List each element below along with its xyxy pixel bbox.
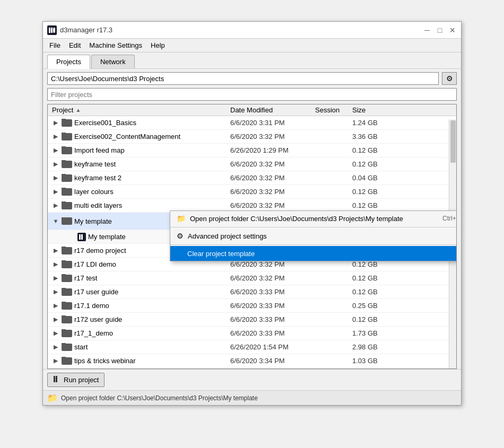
path-dropdown[interactable] (47, 72, 439, 85)
expand-arrow: ▶ (52, 302, 59, 309)
col-header-date: Date Modified (228, 106, 313, 114)
row-date: 6/6/2020 3:32 PM (228, 201, 313, 209)
tab-projects[interactable]: Projects (47, 55, 90, 69)
expand-arrow: ▶ (52, 275, 59, 282)
row-date: 6/6/2020 3:32 PM (228, 160, 313, 168)
settings-gear-button[interactable]: ⚙ (442, 72, 457, 85)
menu-machine-settings[interactable]: Machine Settings (85, 40, 146, 51)
expand-arrow: ▼ (52, 218, 59, 224)
row-size: 3.36 GB (350, 133, 387, 140)
row-date: 6/6/2020 3:32 PM (228, 188, 313, 196)
table-row[interactable]: ▶ start 6/26/2020 1:54 PM 2.98 GB (48, 340, 456, 354)
table-row[interactable]: ▶ Import feed map 6/26/2020 1:29 PM 0.12… (48, 144, 456, 157)
bottom-toolbar: Run project (43, 369, 461, 390)
context-separator (170, 244, 457, 245)
row-name-cell: ▶ r17 test (48, 274, 228, 282)
row-size: 0.12 GB (350, 260, 387, 268)
row-size: 0.12 GB (350, 188, 387, 196)
expand-arrow: ▶ (52, 344, 59, 350)
context-separator (170, 227, 457, 227)
run-label: Run project (64, 376, 99, 384)
row-size: 0.12 GB (350, 288, 387, 296)
table-row[interactable]: ▶ keyframe test 6/6/2020 3:32 PM 0.12 GB (48, 157, 456, 171)
expand-arrow: ▶ (52, 174, 59, 181)
expand-arrow: ▶ (52, 330, 59, 337)
row-name-cell: ▶ Import feed map (48, 146, 228, 154)
row-date: 6/6/2020 3:33 PM (228, 329, 313, 337)
expand-arrow: ▶ (52, 247, 59, 254)
tab-bar: Projects Network (43, 52, 461, 69)
close-button[interactable]: ✕ (448, 26, 457, 34)
row-size: 1.73 GB (350, 329, 387, 337)
path-toolbar: ⚙ (43, 69, 461, 88)
folder-icon (62, 316, 72, 323)
table-row[interactable]: ▶ r17 test 6/6/2020 3:32 PM 0.12 GB (48, 271, 456, 285)
folder-icon (62, 217, 72, 225)
row-size: 0.12 GB (350, 160, 387, 168)
filter-input[interactable] (47, 88, 457, 101)
table-row[interactable]: ▶ r17 user guide 6/6/2020 3:33 PM 0.12 G… (48, 285, 456, 299)
folder-icon (62, 302, 72, 310)
tab-network[interactable]: Network (91, 55, 135, 68)
row-name-cell: ▶ start (48, 343, 228, 351)
folder-icon (62, 247, 72, 254)
table-row[interactable]: ▶ keyframe test 2 6/6/2020 3:32 PM 0.04 … (48, 171, 456, 185)
status-text: Open project folder C:\Users\Joe\Documen… (61, 394, 258, 402)
maximize-button[interactable]: □ (436, 26, 444, 34)
context-menu-item-clear-template[interactable]: ✕ Clear project template (170, 246, 457, 261)
table-row[interactable]: ▶ r17_1_demo 6/6/2020 3:33 PM 1.73 GB (48, 327, 456, 340)
table-row[interactable]: ▶ Exercise002_ContentManagement 6/6/2020… (48, 130, 456, 144)
context-item-label: Advanced project settings (188, 232, 456, 240)
context-menu-item-open-folder[interactable]: 📁 Open project folder C:\Users\Joe\Docum… (170, 211, 457, 226)
row-name-cell: ▶ r172 user guide (48, 315, 228, 323)
run-project-button[interactable]: Run project (47, 373, 105, 387)
col-header-project: Project ▲ (48, 106, 228, 114)
title-bar: d3manager r17.3 ─ □ ✕ (43, 22, 461, 39)
row-name-cell: ▶ keyframe test 2 (48, 174, 228, 182)
table-row[interactable]: ▶ tips & tricks webinar 6/6/2020 3:34 PM… (48, 354, 456, 365)
folder-icon (62, 275, 72, 282)
svg-rect-1 (51, 28, 53, 33)
expand-arrow: ▶ (52, 357, 59, 364)
menu-file[interactable]: File (45, 40, 65, 51)
title-bar-controls: ─ □ ✕ (423, 26, 457, 34)
row-date: 6/26/2020 1:29 PM (228, 146, 313, 154)
menu-help[interactable]: Help (146, 40, 169, 51)
svg-rect-0 (49, 28, 50, 33)
row-name-cell: ▶ r17 LDI demo (48, 260, 228, 268)
expand-arrow: ▶ (52, 288, 59, 295)
title-bar-left: d3manager r17.3 (47, 25, 112, 35)
folder-icon (62, 330, 72, 337)
row-name-cell: ▶ r17 user guide (48, 288, 228, 296)
row-date: 6/6/2020 3:33 PM (228, 288, 313, 296)
table-row[interactable]: ▶ r172 user guide 6/6/2020 3:33 PM 0.12 … (48, 313, 456, 327)
menu-edit[interactable]: Edit (65, 40, 85, 51)
expand-arrow: ▶ (52, 202, 59, 209)
expand-arrow: ▶ (52, 147, 59, 154)
svg-rect-5 (54, 376, 55, 382)
folder-icon (62, 119, 72, 127)
expand-arrow: ▶ (52, 133, 59, 140)
scrollbar-thumb[interactable] (450, 120, 456, 163)
row-date: 6/6/2020 3:32 PM (228, 274, 313, 282)
context-menu-item-advanced[interactable]: ⚙ Advanced project settings (170, 229, 457, 243)
table-row[interactable]: ▶ r17.1 demo 6/6/2020 3:33 PM 0.25 GB (48, 299, 456, 313)
row-name-cell: ▶ tips & tricks webinar (48, 357, 228, 365)
row-size: 0.25 GB (350, 302, 387, 310)
row-name-cell: ▶ multi edit layers (48, 201, 228, 209)
folder-icon (62, 261, 72, 268)
folder-icon (62, 202, 72, 209)
table-row[interactable]: ▶ Exercise001_Basics 6/6/2020 3:31 PM 1.… (48, 116, 456, 130)
main-window: d3manager r17.3 ─ □ ✕ File Edit Machine … (42, 21, 462, 406)
minimize-button[interactable]: ─ (423, 26, 431, 34)
row-size: 0.12 GB (350, 315, 387, 323)
app-icon (47, 25, 57, 35)
expand-arrow: ▶ (52, 188, 59, 195)
svg-rect-3 (79, 234, 81, 240)
expand-arrow: ▶ (52, 261, 59, 268)
table-row[interactable]: ▶ layer colours 6/6/2020 3:32 PM 0.12 GB (48, 185, 456, 199)
status-bar: 📁 Open project folder C:\Users\Joe\Docum… (43, 390, 461, 405)
row-date: 6/6/2020 3:33 PM (228, 315, 313, 323)
context-item-label: Open project folder C:\Users\Joe\Documen… (190, 215, 438, 223)
row-name-cell: ▶ r17.1 demo (48, 302, 228, 310)
